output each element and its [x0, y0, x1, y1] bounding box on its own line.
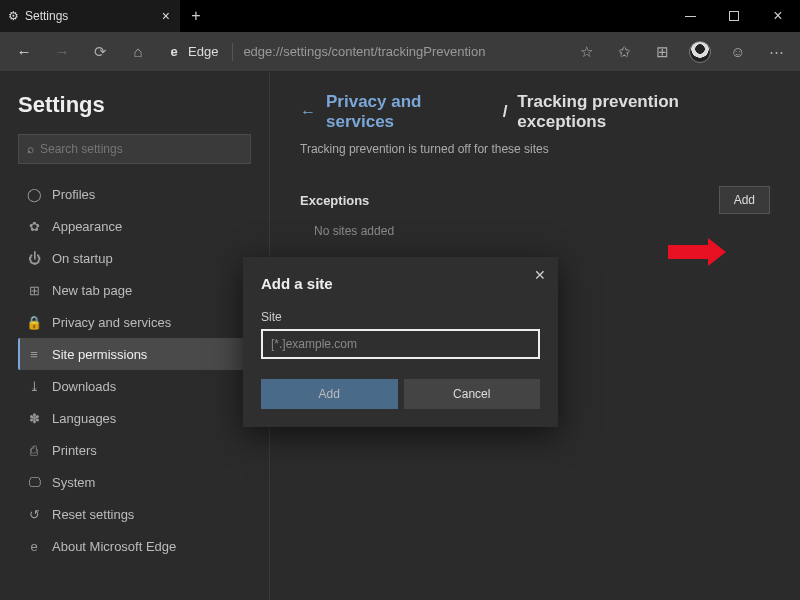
add-exception-button[interactable]: Add	[719, 186, 770, 214]
sidebar-item-label: Profiles	[52, 187, 95, 202]
search-input[interactable]	[40, 142, 242, 156]
close-dialog-icon[interactable]: ✕	[534, 267, 546, 283]
favorites-button[interactable]: ✩	[608, 36, 640, 68]
browser-tab[interactable]: ⚙ Settings ×	[0, 0, 180, 32]
sidebar-item-site-permissions[interactable]: ≡Site permissions	[18, 338, 251, 370]
menu-button[interactable]: ⋯	[760, 36, 792, 68]
new-tab-button[interactable]: +	[180, 0, 212, 32]
languages-icon: ✽	[26, 411, 42, 426]
back-button[interactable]: ←	[8, 36, 40, 68]
sidebar-item-label: Reset settings	[52, 507, 134, 522]
dialog-add-button[interactable]: Add	[261, 379, 398, 409]
forward-button[interactable]: →	[46, 36, 78, 68]
page-description: Tracking prevention is turned off for th…	[300, 142, 770, 156]
url-text: edge://settings/content/trackingPreventi…	[243, 44, 485, 59]
window-titlebar: ⚙ Settings × + ×	[0, 0, 800, 32]
sidebar-item-system[interactable]: 🖵System	[18, 466, 251, 498]
breadcrumb-current: Tracking prevention exceptions	[517, 92, 770, 132]
breadcrumb-separator: /	[503, 102, 508, 122]
minimize-button[interactable]	[668, 0, 712, 32]
profiles-icon: ◯	[26, 187, 42, 202]
newtab-icon: ⊞	[26, 283, 42, 298]
url-prefix: Edge	[188, 44, 218, 59]
close-window-button[interactable]: ×	[756, 0, 800, 32]
breadcrumb: ← Privacy and services / Tracking preven…	[300, 92, 770, 132]
system-icon: 🖵	[26, 475, 42, 490]
reset-icon: ↺	[26, 507, 42, 522]
sidebar-item-label: Appearance	[52, 219, 122, 234]
sidebar-item-label: About Microsoft Edge	[52, 539, 176, 554]
sidebar-item-about-microsoft-edge[interactable]: eAbout Microsoft Edge	[18, 530, 251, 562]
maximize-button[interactable]	[712, 0, 756, 32]
sidebar-item-on-startup[interactable]: ⏻On startup	[18, 242, 251, 274]
sidebar-item-reset-settings[interactable]: ↺Reset settings	[18, 498, 251, 530]
breadcrumb-parent[interactable]: Privacy and services	[326, 92, 493, 132]
sidebar-item-languages[interactable]: ✽Languages	[18, 402, 251, 434]
feedback-button[interactable]: ☺	[722, 36, 754, 68]
avatar-icon	[689, 41, 711, 63]
home-button[interactable]: ⌂	[122, 36, 154, 68]
startup-icon: ⏻	[26, 251, 42, 266]
search-icon: ⌕	[27, 142, 34, 156]
dialog-cancel-button[interactable]: Cancel	[404, 379, 541, 409]
downloads-icon: ⤓	[26, 379, 42, 394]
sidebar-nav: ◯Profiles✿Appearance⏻On startup⊞New tab …	[18, 178, 251, 562]
profile-button[interactable]	[684, 36, 716, 68]
address-bar[interactable]: e Edge edge://settings/content/trackingP…	[160, 38, 564, 66]
sidebar-item-label: Languages	[52, 411, 116, 426]
about-icon: e	[26, 539, 42, 554]
sidebar-item-label: Downloads	[52, 379, 116, 394]
add-site-dialog: Add a site ✕ Site Add Cancel	[243, 257, 558, 427]
permissions-icon: ≡	[26, 347, 42, 362]
search-box[interactable]: ⌕	[18, 134, 251, 164]
edge-icon: e	[166, 44, 182, 60]
browser-toolbar: ← → ⟳ ⌂ e Edge edge://settings/content/t…	[0, 32, 800, 72]
sidebar-item-label: Privacy and services	[52, 315, 171, 330]
sidebar-item-appearance[interactable]: ✿Appearance	[18, 210, 251, 242]
settings-sidebar: Settings ⌕ ◯Profiles✿Appearance⏻On start…	[0, 72, 270, 600]
sidebar-title: Settings	[18, 92, 251, 118]
separator	[232, 43, 233, 61]
close-tab-icon[interactable]: ×	[162, 8, 170, 24]
gear-icon: ⚙	[8, 9, 19, 23]
sidebar-item-printers[interactable]: ⎙Printers	[18, 434, 251, 466]
sidebar-item-label: On startup	[52, 251, 113, 266]
site-input[interactable]	[261, 329, 540, 359]
refresh-button[interactable]: ⟳	[84, 36, 116, 68]
sidebar-item-label: Site permissions	[52, 347, 147, 362]
sidebar-item-label: System	[52, 475, 95, 490]
sidebar-item-new-tab-page[interactable]: ⊞New tab page	[18, 274, 251, 306]
dialog-title: Add a site	[261, 275, 540, 292]
collections-button[interactable]: ⊞	[646, 36, 678, 68]
sidebar-item-privacy-and-services[interactable]: 🔒Privacy and services	[18, 306, 251, 338]
exceptions-heading: Exceptions	[300, 193, 369, 208]
printers-icon: ⎙	[26, 443, 42, 458]
sidebar-item-label: Printers	[52, 443, 97, 458]
appearance-icon: ✿	[26, 219, 42, 234]
sidebar-item-label: New tab page	[52, 283, 132, 298]
sidebar-item-profiles[interactable]: ◯Profiles	[18, 178, 251, 210]
privacy-icon: 🔒	[26, 315, 42, 330]
site-field-label: Site	[261, 310, 540, 324]
favorite-icon[interactable]: ☆	[570, 36, 602, 68]
back-arrow-icon[interactable]: ←	[300, 103, 316, 121]
empty-state: No sites added	[314, 224, 770, 238]
sidebar-item-downloads[interactable]: ⤓Downloads	[18, 370, 251, 402]
tab-title: Settings	[25, 9, 68, 23]
annotation-arrow	[668, 245, 708, 259]
